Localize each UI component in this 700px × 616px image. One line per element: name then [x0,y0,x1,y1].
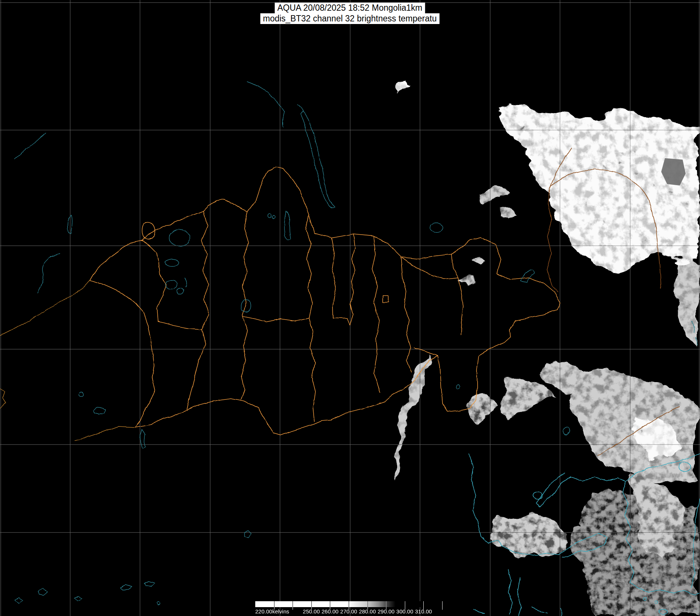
lake-bottom-row5 [74,596,82,600]
lake-bottom-dot [157,602,160,605]
colorbar-tick [293,601,293,610]
cloud-fleck2 [499,209,520,222]
cloud-patch-left-ext1 [502,375,554,425]
lake-hulun [520,270,535,283]
lake-uvs-nuur [169,229,190,246]
river-bottom4 [560,608,562,616]
kazakh-border-line [0,280,91,336]
lake-bottom-row1 [120,585,132,590]
colorbar-tick-label: 310.00 [415,608,432,615]
province-border-loop [142,222,155,239]
river-bottom2 [518,577,521,616]
china-border-line-sw [74,426,135,440]
lake-small-twin2 [272,215,275,218]
colorbar: 220.00kelvins 250.00260.00270.00280.0029… [255,601,442,616]
lake-small-twin1 [267,214,271,217]
cloud-fleck-top [392,79,408,89]
province-border [240,316,247,400]
coast-liaodong [536,474,570,507]
lake-baikal-fork [298,105,303,110]
satellite-map [0,0,700,616]
island-liaodong [533,492,542,499]
province-border [158,321,202,329]
river-selenga [283,112,284,127]
river-west [38,253,60,293]
lake-blob-east [563,427,570,435]
river-angara [247,82,284,112]
colorbar-tick-label: 290.00 [378,608,395,615]
province-border [142,241,166,321]
lake-small-ring [78,392,83,397]
lake-bottom-row4 [15,598,23,603]
province-border-enclave [383,296,388,302]
province-border [331,238,336,318]
province-border [401,257,458,279]
colorbar-tick-label: 300.00 [396,608,413,615]
lake-sliver-west [68,215,72,234]
lake-tiny-se [456,385,460,388]
mongolia-outer-border [91,167,560,435]
lake-bottom-row2 [144,581,155,586]
colorbar-tick-label: 250.00 [303,608,320,615]
province-border [452,254,464,334]
lake-har-us [166,280,177,289]
province-border [401,257,412,372]
province-border [187,329,205,409]
lake-northeast [430,223,443,232]
cloud-patch-left-ext2 [466,395,499,425]
river-bottom1 [508,570,512,614]
river-khovd [185,278,187,287]
province-border [306,215,312,318]
lake-sliver-sw [140,429,146,449]
province-border [202,211,209,329]
cloud-fleck3 [469,255,486,266]
satellite-image-viewport: AQUA 20/08/2025 18:52 Mongolia1km modis_… [0,0,700,616]
cloud-mass-siberia [494,107,699,270]
lake-khyargas [165,259,179,266]
image-title: AQUA 20/08/2025 18:52 Mongolia1km [275,3,425,13]
province-border [372,236,380,392]
cloud-fleck1 [480,187,507,201]
province-border [414,348,438,355]
province-border [309,318,315,421]
river-bottom5 [474,609,485,613]
lake-baikal [300,110,335,208]
cloud-patch-bottom-center [491,514,572,559]
river-liao [468,454,488,543]
image-subtitle: modis_BT32 channel 32 brightness tempera… [260,13,440,24]
colorbar-tick [442,601,443,610]
lake-gobi [245,531,251,537]
province-border [333,234,355,325]
river-bottom3 [531,607,547,613]
lake-zaysan [93,408,106,414]
colorbar-tick-label: 260.00 [321,608,338,615]
colorbar-unit-label: 220.00kelvins [255,608,289,615]
cloud-mass-right [566,368,699,482]
river-northwest [15,132,46,159]
cloud-string-vertical [392,354,429,480]
lake-har [177,289,184,295]
province-border [242,316,309,322]
colorbar-tick-label: 280.00 [359,608,376,615]
lake-khovsgol [284,211,291,239]
lake-bottom-row3 [38,589,48,595]
colorbar-tick-label: 270.00 [340,608,357,615]
